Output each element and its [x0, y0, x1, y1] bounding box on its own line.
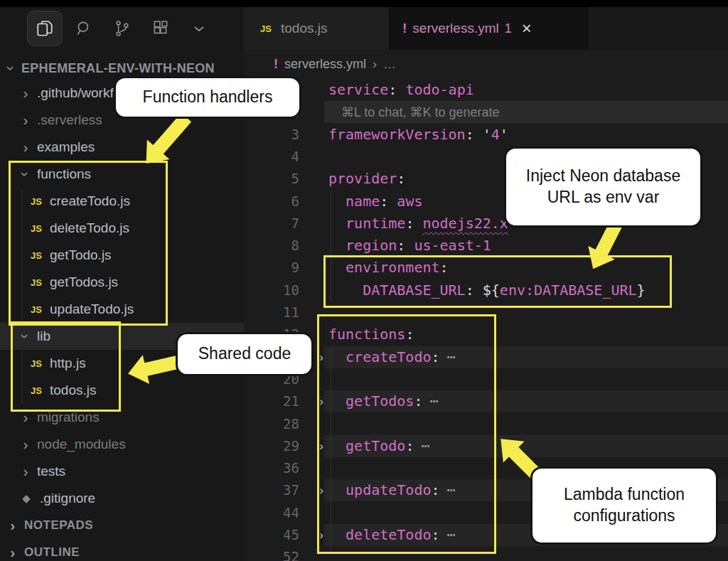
callout-function-handlers: Function handlers — [114, 76, 301, 119]
chevron-right-icon: › — [18, 86, 33, 100]
tree-item-examples[interactable]: ›examples — [0, 134, 262, 161]
tree-item-gettodos-js[interactable]: JSgetTodos.js — [0, 269, 271, 296]
line-number: 45 — [251, 524, 299, 546]
code-line-29[interactable]: 29› getTodo: ⋯ — [244, 435, 728, 458]
tree-item-label: functions — [37, 166, 91, 182]
tree-item-gettodo-js[interactable]: JSgetTodo.js — [0, 242, 271, 269]
code-line-text: name: aws — [328, 191, 422, 213]
line-number: 8 — [251, 235, 299, 257]
tree-item-updatetodo-js[interactable]: JSupdateTodo.js — [0, 296, 271, 323]
tree-item-label: tests — [37, 464, 65, 479]
tree-item-label: lib — [37, 328, 50, 344]
tree-item-label: http.js — [50, 356, 86, 371]
chevron-right-icon: › — [6, 545, 20, 560]
code-line-text: region: us-east-1 — [328, 235, 491, 257]
tree-item--gitignore[interactable]: ◆.gitignore — [0, 485, 261, 512]
code-line-text: runtime: nodejs22.x — [328, 213, 508, 235]
callout-inject-neon-db-url: Inject Neon database URL as env var — [504, 146, 702, 228]
tree-item-todos-js[interactable]: JStodos.js — [0, 377, 271, 404]
line-number: 7 — [251, 213, 299, 235]
code-line-28[interactable]: 28 — [244, 413, 728, 436]
code-line-21[interactable]: 21› getTodos: ⋯ — [244, 390, 728, 413]
tree-indent-guide — [21, 189, 22, 323]
tree-item-outline[interactable]: ›OUTLINE — [0, 539, 250, 561]
code-line-9[interactable]: 9 environment: — [244, 257, 728, 279]
window-top-edge — [0, 0, 728, 7]
chevron-right-icon: › — [18, 410, 33, 424]
code-line-1[interactable]: 1service: todo-api — [244, 79, 728, 102]
chevron-down-icon: › — [18, 329, 33, 343]
tree-item-deletetodo-js[interactable]: JSdeleteTodo.js — [0, 215, 271, 242]
tree-indent-guide — [21, 351, 22, 404]
js-file-icon: JS — [27, 250, 46, 261]
code-line-13[interactable]: 13› createTodo: ⋯ — [244, 346, 728, 369]
tree-item-notepads[interactable]: ›NOTEPADS — [0, 512, 250, 539]
chevron-right-icon: › — [6, 518, 20, 533]
line-number: 5 — [251, 168, 299, 190]
code-line-11[interactable]: 11 — [244, 301, 728, 324]
ai-hint-strip: ⌘L to chat, ⌘K to generate — [324, 101, 728, 123]
code-line-20[interactable]: 20 — [244, 368, 728, 391]
code-line-text: deleteTodo: ⋯ — [328, 524, 454, 546]
fold-chevron-icon[interactable]: › — [314, 390, 328, 412]
code-line-text: updateTodo: ⋯ — [328, 479, 454, 501]
line-number: 28 — [251, 413, 299, 435]
tree-item-label: updateTodo.js — [50, 301, 134, 317]
line-number: 9 — [251, 257, 299, 279]
code-line-text: provider: — [328, 168, 405, 190]
line-number: 3 — [251, 124, 299, 146]
code-line-2[interactable]: ⌘L to chat, ⌘K to generate2 — [244, 101, 728, 124]
line-number: 21 — [251, 390, 299, 412]
tree-item-label: examples — [37, 139, 95, 155]
tree-item-tests[interactable]: ›tests — [0, 458, 262, 485]
callout-lambda-configurations: Lambda function configurations — [530, 466, 718, 545]
git-file-icon: ◆ — [17, 492, 36, 505]
code-line-10[interactable]: 10 DATABASE_URL: ${env:DATABASE_URL} — [244, 279, 728, 302]
code-indent-guide — [331, 191, 331, 301]
tree-item-label: getTodos.js — [50, 274, 118, 290]
code-line-3[interactable]: 3frameworkVersion: '4' — [244, 124, 728, 146]
js-file-icon: JS — [27, 277, 46, 288]
line-number: 37 — [251, 479, 299, 501]
fold-chevron-icon[interactable]: › — [314, 346, 328, 368]
tree-item-label: todos.js — [50, 383, 96, 398]
fold-chevron-icon[interactable]: › — [314, 524, 328, 546]
line-number: 10 — [251, 279, 299, 301]
tree-item-label: .serverless — [37, 112, 102, 128]
chevron-right-icon: › — [18, 140, 33, 154]
js-file-icon: JS — [27, 304, 46, 315]
tree-item-label: NOTEPADS — [24, 518, 93, 533]
chevron-right-icon: › — [18, 437, 33, 452]
code-line-text: service: todo-api — [328, 79, 474, 101]
fold-chevron-icon[interactable]: › — [314, 435, 328, 457]
code-line-52[interactable]: 52 — [244, 546, 728, 561]
line-number: 52 — [251, 546, 299, 561]
line-number: 11 — [251, 301, 299, 324]
tree-item-migrations[interactable]: ›migrations — [0, 404, 262, 431]
tree-item-label: OUTLINE — [24, 545, 80, 560]
tree-item-label: migrations — [37, 410, 100, 425]
line-number: 44 — [251, 502, 299, 524]
tree-item-label: createTodo.js — [50, 193, 130, 209]
line-number: 4 — [251, 146, 299, 168]
vscode-window: › EPHEMERAL-ENV-WITH-NEON ›.github/workf… — [0, 0, 728, 561]
code-line-text: getTodos: ⋯ — [328, 390, 437, 412]
chevron-down-icon: › — [18, 167, 33, 181]
js-file-icon: JS — [27, 385, 46, 396]
tree-item-functions[interactable]: ›functions — [0, 161, 262, 188]
line-number: 29 — [251, 435, 299, 457]
chevron-right-icon: › — [18, 464, 33, 479]
code-line-12[interactable]: 12functions: — [244, 324, 728, 346]
code-line-text: environment: — [328, 257, 449, 279]
chevron-right-icon: › — [18, 113, 33, 127]
tree-item-createtodo-js[interactable]: JScreateTodo.js — [0, 188, 271, 215]
tree-item-node-modules[interactable]: ›node_modules — [0, 431, 262, 458]
line-number: 6 — [251, 191, 299, 213]
code-line-text: getTodo: ⋯ — [328, 435, 429, 457]
fold-chevron-icon[interactable]: › — [314, 479, 328, 501]
line-number: 36 — [251, 457, 299, 479]
code-indent-guide — [331, 346, 331, 553]
code-line-text: createTodo: ⋯ — [328, 346, 454, 368]
code-line-8[interactable]: 8 region: us-east-1 — [244, 235, 728, 257]
tree-item-label: getTodo.js — [50, 247, 112, 263]
